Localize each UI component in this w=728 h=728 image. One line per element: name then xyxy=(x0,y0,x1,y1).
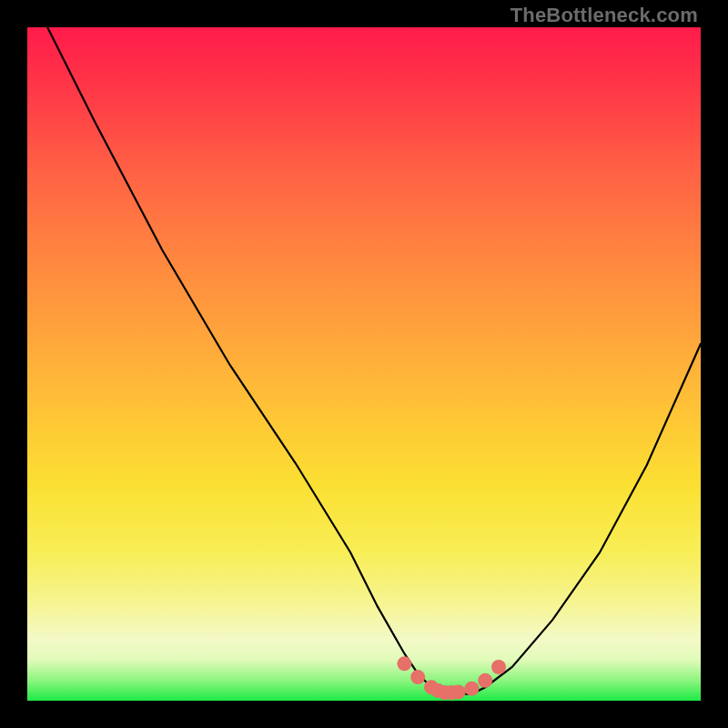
marker-dot xyxy=(451,684,466,699)
watermark-text: TheBottleneck.com xyxy=(511,4,698,27)
marker-dot xyxy=(491,660,506,674)
marker-dot xyxy=(478,673,492,688)
highlight-markers xyxy=(397,656,506,700)
marker-dot xyxy=(397,656,411,671)
bottleneck-chart xyxy=(27,27,701,701)
marker-dot xyxy=(464,682,479,696)
marker-dot xyxy=(410,670,425,684)
chart-overlay xyxy=(27,27,701,701)
bottleneck-curve xyxy=(47,27,701,694)
